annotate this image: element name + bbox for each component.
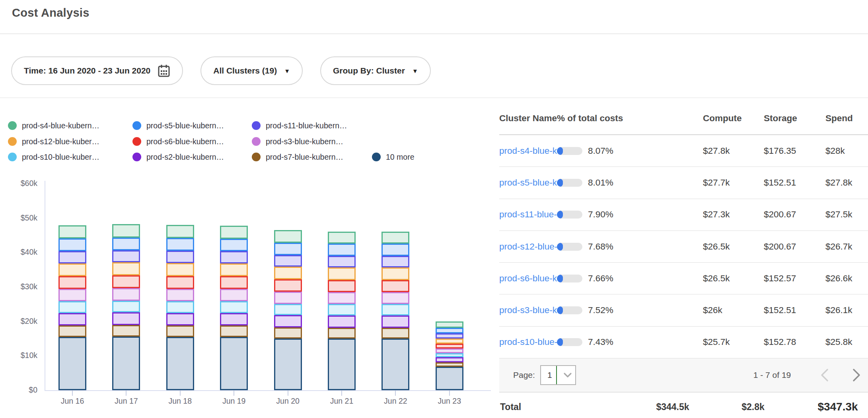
cluster-name-link[interactable]: prod-s5-blue-kubern…	[499, 178, 557, 188]
page-number-select[interactable]: 1	[540, 365, 576, 385]
cluster-name-link[interactable]: prod-s11-blue-kuber…	[499, 209, 557, 220]
bar-segment	[436, 357, 463, 362]
bar-segment	[328, 315, 356, 327]
bar-segment	[328, 232, 356, 244]
chevron-right-icon	[852, 368, 861, 382]
bar-segment	[58, 238, 86, 251]
y-axis-tick-label: $60k	[0, 179, 37, 188]
legend-item[interactable]: prod-s4-blue-kubern…	[8, 120, 99, 131]
stacked-bar	[58, 225, 86, 390]
legend-item[interactable]: prod-s3-blue-kubern…	[252, 136, 343, 147]
legend-label: prod-s10-blue-kuber…	[22, 153, 99, 162]
pct-progress-fill	[557, 338, 563, 346]
compute-value: $27.8k	[703, 146, 730, 156]
table-row: prod-s4-blue-kubern…8.07%$27.8k$176.35$2…	[499, 135, 868, 167]
table-row: prod-s11-blue-kuber…7.90%$27.3k$200.67$2…	[499, 199, 868, 231]
pct-progress-fill	[557, 243, 563, 251]
bar-segment	[166, 325, 194, 337]
legend-item[interactable]: prod-s10-blue-kuber…	[8, 151, 99, 163]
bar-segment	[166, 313, 194, 325]
x-axis-tick-label: Jun 20	[264, 397, 312, 406]
legend-item[interactable]: prod-s11-blue-kubern…	[252, 120, 347, 131]
bar-segment	[381, 232, 409, 244]
bar-segment	[58, 337, 86, 390]
compute-value: $26k	[703, 305, 722, 315]
cluster-name-link[interactable]: prod-s10-blue-kuber…	[499, 337, 557, 347]
legend-item[interactable]: prod-s12-blue-kuber…	[8, 136, 99, 147]
pct-progress-bar	[557, 179, 582, 187]
legend-label: prod-s4-blue-kubern…	[22, 121, 99, 130]
cluster-name-link[interactable]: prod-s4-blue-kubern…	[499, 146, 557, 156]
bar-segment	[274, 315, 302, 327]
cluster-name-link[interactable]: prod-s3-blue-kubern…	[499, 305, 557, 315]
pct-progress-bar	[557, 211, 582, 219]
pagination-range: 1 - 7 of 19	[753, 370, 791, 380]
x-axis-tick	[180, 390, 181, 396]
storage-value: $152.57	[764, 273, 796, 284]
compute-value: $26.5k	[703, 273, 730, 284]
legend-label: prod-s3-blue-kubern…	[266, 137, 343, 146]
total-compute-value: $344.5k	[656, 401, 689, 412]
x-axis-tick-label: Jun 21	[318, 397, 366, 406]
bar-segment	[436, 344, 463, 348]
bar-segment	[436, 348, 463, 353]
bar-segment	[220, 289, 248, 301]
table-row: prod-s3-blue-kubern…7.52%$26k$152.51$26.…	[499, 294, 868, 326]
legend-color-dot	[252, 121, 261, 130]
compute-value: $27.7k	[703, 178, 730, 188]
bar-segment	[220, 313, 248, 325]
bar-segment	[58, 325, 86, 337]
time-range-label: Time: 16 Jun 2020 - 23 Jun 2020	[24, 66, 150, 75]
legend-item[interactable]: prod-s2-blue-kubern…	[132, 151, 224, 163]
pct-of-total-value: 7.52%	[588, 305, 613, 315]
bar-segment	[112, 301, 140, 313]
prev-page-button[interactable]	[816, 365, 833, 385]
x-axis-tick-label: Jun 18	[156, 397, 204, 406]
bar-segment	[166, 238, 194, 251]
bar-segment	[328, 244, 356, 255]
bar-segment	[112, 325, 140, 337]
bar-segment	[381, 256, 409, 268]
x-axis-tick	[341, 390, 342, 396]
bar-segment	[328, 328, 356, 339]
bar-segment	[58, 276, 86, 289]
legend-item[interactable]: prod-s6-blue-kubern…	[132, 136, 224, 147]
x-axis-tick	[449, 390, 450, 396]
bar-segment	[112, 224, 140, 237]
pct-progress-bar	[557, 306, 582, 314]
bar-segment	[274, 255, 302, 267]
bar-segment	[436, 353, 463, 357]
storage-value: $152.78	[764, 337, 796, 347]
bar-segment	[328, 304, 356, 315]
stacked-bar	[274, 230, 302, 390]
legend-color-dot	[8, 121, 17, 130]
legend-item[interactable]: 10 more	[372, 151, 415, 163]
cluster-name-link[interactable]: prod-s12-blue-kuber…	[499, 242, 557, 252]
legend-item[interactable]: prod-s7-blue-kubern…	[252, 151, 343, 163]
x-axis-tick	[72, 390, 73, 396]
clusters-filter-dropdown[interactable]: All Clusters (19) ▼	[200, 56, 303, 85]
group-by-label: Group By: Cluster	[333, 66, 405, 75]
pct-of-total-value: 7.90%	[588, 209, 613, 220]
page-label: Page:	[513, 370, 535, 380]
bar-segment	[436, 339, 463, 344]
time-range-filter-button[interactable]: Time: 16 Jun 2020 - 23 Jun 2020	[11, 56, 183, 85]
bar-segment	[381, 328, 409, 339]
spend-value: $26.7k	[825, 242, 852, 252]
cluster-name-link[interactable]: prod-s6-blue-kubern…	[499, 273, 557, 284]
y-axis-tick-label: $10k	[0, 351, 37, 360]
y-axis-tick-label: $0	[0, 385, 37, 395]
bar-segment	[381, 267, 409, 280]
legend-item[interactable]: prod-s5-blue-kubern…	[132, 120, 224, 131]
table-row: prod-s6-blue-kubern…7.66%$26.5k$152.57$2…	[499, 263, 868, 294]
pct-of-total-value: 8.07%	[588, 146, 613, 156]
bar-segment	[220, 325, 248, 337]
col-header-spend: Spend	[825, 113, 853, 124]
next-page-button[interactable]	[848, 365, 865, 385]
group-by-dropdown[interactable]: Group By: Cluster ▼	[320, 56, 431, 85]
stacked-bar	[112, 224, 140, 390]
pct-progress-fill	[557, 147, 563, 155]
bar-segment	[112, 337, 140, 390]
bar-segment	[328, 339, 356, 390]
page-number-value: 1	[547, 370, 552, 380]
